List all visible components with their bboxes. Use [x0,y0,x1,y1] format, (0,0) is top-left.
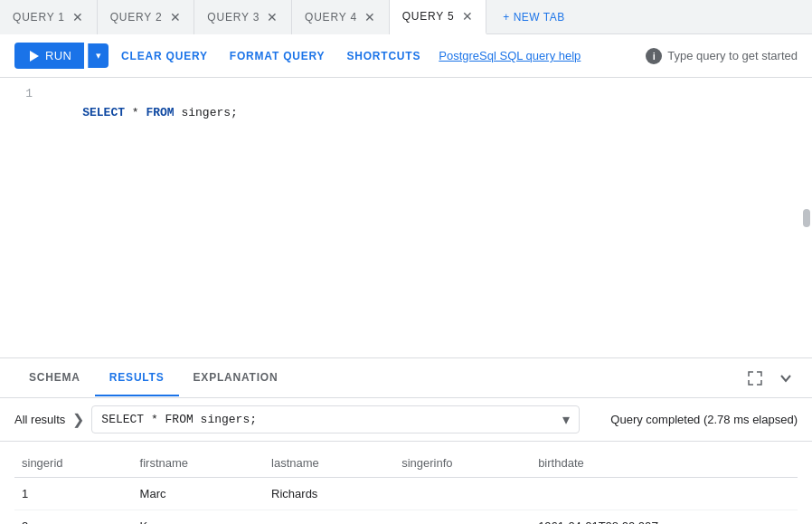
tab-query-5-label: QUERY 5 [402,10,455,23]
table-cell [394,510,531,525]
line-number-1: 1 [0,85,43,104]
run-label: RUN [45,49,71,62]
expand-icon[interactable] [743,367,767,390]
tab-explanation[interactable]: EXPLANATION [179,360,293,396]
keyword-select: SELECT [82,106,125,119]
table-cell: 1961-04-01T08:00:00Z [531,510,798,525]
table-cell: Kena [133,510,264,525]
tab-results[interactable]: RESULTS [95,360,179,396]
table-cell: 3 [14,510,133,525]
all-results-label: All results [14,413,65,426]
tab-query-3-close[interactable]: ✕ [267,11,279,24]
info-icon: i [646,48,662,64]
query-selector[interactable]: SELECT * FROM singers; ▾ [91,405,580,433]
info-bar: i Type query to get started [646,48,798,64]
clear-query-button[interactable]: CLEAR QUERY [112,44,217,68]
play-icon [27,50,40,62]
tab-query-5[interactable]: QUERY 5 ✕ [390,0,487,34]
info-text: Type query to get started [667,49,798,62]
tab-query-2-label: QUERY 2 [110,11,163,24]
code-table: singers; [175,106,238,119]
table-cell: 1 [14,478,133,510]
col-singerid: singerid [14,449,133,478]
new-tab-button[interactable]: + NEW TAB [494,7,573,27]
table-cell [531,478,798,510]
table-row: 3Kena1961-04-01T08:00:00Z [14,510,798,525]
code-star: * [125,106,146,119]
tab-bar: QUERY 1 ✕ QUERY 2 ✕ QUERY 3 ✕ QUERY 4 ✕ … [0,0,812,34]
tab-query-1[interactable]: QUERY 1 ✕ [0,0,98,34]
tab-query-2[interactable]: QUERY 2 ✕ [98,0,195,34]
chevron-down-icon[interactable] [774,367,798,390]
col-lastname: lastname [264,449,394,478]
tab-query-4[interactable]: QUERY 4 ✕ [292,0,390,34]
tab-query-1-label: QUERY 1 [13,11,65,24]
query-select-arrow: ▾ [562,411,570,428]
result-tabs: SCHEMA RESULTS EXPLANATION [0,358,812,398]
table-cell [264,510,394,525]
table-cell: Marc [133,478,264,510]
col-singerinfo: singerinfo [394,449,531,478]
query-status: Query completed (2.78 ms elapsed) [610,413,798,426]
tab-query-3[interactable]: QUERY 3 ✕ [194,0,292,34]
format-query-button[interactable]: FORMAT QUERY [221,44,335,68]
tab-query-4-close[interactable]: ✕ [364,11,376,24]
table-cell: Richards [264,478,394,510]
keyword-from: FROM [146,106,174,119]
run-dropdown-button[interactable]: ▾ [88,43,109,68]
col-firstname: firstname [133,449,264,478]
table-header-row: singerid firstname lastname singerinfo b… [14,449,798,478]
svg-marker-0 [30,51,39,62]
filter-bar: All results ❯ SELECT * FROM singers; ▾ Q… [0,398,812,442]
tab-query-4-label: QUERY 4 [305,11,357,24]
code-editor[interactable]: SELECT * FROM singers; [43,78,812,357]
results-table-wrapper: singerid firstname lastname singerinfo b… [0,442,812,524]
col-birthdate: birthdate [531,449,798,478]
line-numbers: 1 [0,78,43,357]
table-row: 1MarcRichards [14,478,798,510]
result-tab-actions [743,367,798,390]
tab-query-5-close[interactable]: ✕ [462,10,474,23]
all-results-chevron[interactable]: ❯ [72,411,84,428]
tab-query-1-close[interactable]: ✕ [72,11,84,24]
editor-area: 1 SELECT * FROM singers; [0,78,812,358]
query-select-text: SELECT * FROM singers; [101,413,562,426]
help-link[interactable]: PostgreSql SQL query help [433,43,586,68]
table-cell [394,478,531,510]
toolbar: RUN ▾ CLEAR QUERY FORMAT QUERY SHORTCUTS… [0,34,812,78]
results-table: singerid firstname lastname singerinfo b… [14,449,798,524]
tab-schema[interactable]: SCHEMA [14,360,95,396]
editor-scrollbar[interactable] [803,209,810,227]
tab-query-3-label: QUERY 3 [207,11,260,24]
shortcuts-button[interactable]: SHORTCUTS [337,44,430,68]
tab-query-2-close[interactable]: ✕ [170,11,182,24]
run-button[interactable]: RUN [14,43,84,69]
